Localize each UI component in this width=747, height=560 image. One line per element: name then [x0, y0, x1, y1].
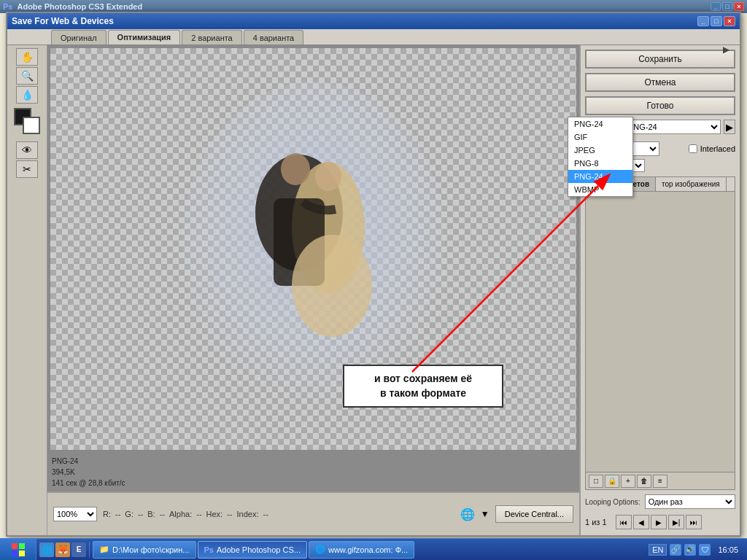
color-table-section: Таблица цветов тор изображения □ 🔒 + 🗑 ≡: [585, 176, 735, 490]
eyedropper-tool[interactable]: 💧: [16, 86, 38, 104]
maximize-button[interactable]: □: [722, 2, 732, 11]
zoom-select[interactable]: 100% 50% 200%: [53, 507, 97, 521]
system-clock: 16:05: [713, 545, 743, 554]
format-display: PNG-24: [52, 456, 575, 467]
slice-tool[interactable]: ✂: [16, 160, 38, 178]
b-label: B:: [147, 510, 155, 518]
anim-next-button[interactable]: ▶|: [668, 515, 684, 529]
dialog-title: Save For Web & Devices: [12, 16, 696, 26]
index-label: Index:: [237, 510, 259, 518]
ps-icon: Ps: [3, 2, 12, 11]
explorer-icon: 📁: [99, 545, 109, 554]
minimize-button[interactable]: _: [711, 2, 721, 11]
tabs-arrow[interactable]: ▶: [723, 44, 729, 55]
tab-4variants[interactable]: 4 варианта: [244, 30, 304, 44]
anim-prev-button[interactable]: ◀: [633, 515, 649, 529]
bottom-controls: 100% 50% 200% R: -- G: -- B: -- Alpha: -…: [47, 491, 579, 535]
canvas-area: PNG-24 394,5K 141 сек @ 28,8 кбит/с 100%…: [47, 45, 579, 535]
quick-launch: 🌐 🦊 E: [36, 542, 90, 557]
explorer-quick-icon[interactable]: E: [71, 542, 86, 557]
svg-point-3: [281, 153, 310, 185]
color-table-body: [586, 192, 735, 472]
dialog-tabs: Оригинал Оптимизация 2 варианта 4 вариан…: [7, 29, 740, 45]
close-button[interactable]: ×: [734, 2, 744, 11]
anim-last-button[interactable]: ⏭: [686, 515, 702, 529]
ct-lock-button[interactable]: 🔒: [605, 475, 619, 488]
annotation-text: и вот сохраняем еёв таком формате: [374, 373, 472, 399]
taskbar-item-explorer[interactable]: 📁 D:\Мои фото\скрин...: [93, 541, 196, 559]
save-button[interactable]: Сохранить: [585, 50, 735, 69]
ct-map-button[interactable]: □: [589, 475, 603, 488]
ct-add-button[interactable]: +: [621, 475, 635, 488]
ct-menu-button[interactable]: ≡: [653, 475, 667, 488]
coord-display: R: -- G: -- B: -- Alpha: -- Hex: -- Inde…: [103, 510, 454, 518]
taskbar-item-photoshop[interactable]: Ps Adobe Photoshop CS...: [198, 541, 307, 559]
windows-logo-icon: [11, 542, 26, 557]
ie-quick-icon[interactable]: 🌐: [39, 542, 54, 557]
dropdown-jpeg[interactable]: JPEG: [568, 144, 632, 157]
r-label: R:: [103, 510, 111, 518]
firefox-quick-icon[interactable]: 🦊: [55, 542, 70, 557]
dropdown-arrow-icon[interactable]: ▼: [481, 509, 489, 519]
svg-rect-11: [12, 551, 18, 556]
globe-icon[interactable]: 🌐: [460, 508, 475, 521]
hex-value: --: [227, 510, 232, 518]
background-color[interactable]: [23, 117, 40, 134]
svg-point-6: [292, 235, 372, 337]
network-icon: 🔗: [670, 544, 681, 556]
done-button[interactable]: Готово: [585, 96, 735, 115]
looping-label: Looping Options:: [585, 498, 640, 506]
start-button[interactable]: [0, 539, 36, 561]
alpha-value: --: [196, 510, 201, 518]
tab-original[interactable]: Оригинал: [51, 30, 107, 44]
toggle-visibility[interactable]: 👁: [16, 141, 38, 159]
ps-taskbar-label: Adobe Photoshop CS...: [217, 545, 301, 554]
dialog-minimize-button[interactable]: _: [697, 16, 709, 26]
looping-select[interactable]: Один раз Всегда: [645, 494, 735, 509]
b-value: --: [160, 510, 165, 518]
svg-rect-9: [12, 543, 18, 549]
save-for-web-dialog: Save For Web & Devices _ □ × Оригинал Оп…: [6, 12, 741, 537]
interlaced-checkbox[interactable]: [689, 144, 697, 153]
taskbar-item-ie[interactable]: 🌐 www.gifzona.com: Ф...: [309, 541, 414, 559]
dropdown-wbmp[interactable]: WBMP: [568, 183, 632, 196]
image-size-tab[interactable]: тор изображения: [656, 177, 727, 191]
cancel-button[interactable]: Отмена: [585, 73, 735, 92]
volume-icon[interactable]: 🔊: [684, 544, 696, 556]
settings-arrow-button[interactable]: ▶: [724, 120, 735, 134]
explorer-label: D:\Мои фото\скрин...: [112, 545, 190, 554]
ps-window: Ps Adobe Photoshop CS3 Extended _ □ × Sa…: [0, 0, 747, 538]
anim-play-button[interactable]: ▶: [651, 515, 667, 529]
tab-2variants[interactable]: 2 варианта: [182, 30, 242, 44]
tab-optimized[interactable]: Оптимизация: [108, 30, 181, 44]
ie-label: www.gifzona.com: Ф...: [328, 545, 408, 554]
hand-tool[interactable]: ✋: [16, 48, 38, 66]
anim-frame-display: 1 из 1: [585, 518, 614, 526]
color-table-toolbar: □ 🔒 + 🗑 ≡: [586, 472, 735, 489]
alpha-label: Alpha:: [169, 510, 192, 518]
lang-indicator[interactable]: EN: [649, 544, 667, 556]
ps-title: Adobe Photoshop CS3 Extended: [17, 2, 709, 11]
svg-rect-12: [19, 551, 25, 556]
taskbar: 🌐 🦊 E 📁 D:\Мои фото\скрин... Ps Adobe Ph…: [0, 538, 747, 560]
dropdown-gif[interactable]: GIF: [568, 131, 632, 144]
looping-section: Looping Options: Один раз Всегда: [585, 494, 735, 509]
dialog-titlebar: Save For Web & Devices _ □ ×: [7, 13, 740, 29]
index-value: --: [263, 510, 268, 518]
ct-delete-button[interactable]: 🗑: [637, 475, 651, 488]
g-label: G:: [125, 510, 133, 518]
dropdown-png24-selected[interactable]: PNG-24: [568, 170, 632, 183]
dropdown-png8[interactable]: PNG-8: [568, 157, 632, 170]
size-display: 394,5K: [52, 467, 575, 478]
g-value: --: [138, 510, 143, 518]
settings-select[interactable]: PNG-24: [624, 120, 721, 134]
dropdown-png24-top[interactable]: PNG-24: [568, 117, 632, 131]
device-central-button[interactable]: Device Central...: [495, 505, 573, 523]
dialog-maximize-button[interactable]: □: [711, 16, 722, 26]
annotation-box: и вот сохраняем еёв таком формате: [343, 365, 503, 408]
zoom-tool[interactable]: 🔍: [16, 67, 38, 85]
animation-controls: 1 из 1 ⏮ ◀ ▶ ▶| ⏭: [585, 513, 735, 531]
ps-taskbar-icon: Ps: [204, 545, 214, 554]
anim-first-button[interactable]: ⏮: [616, 515, 632, 529]
dialog-close-button[interactable]: ×: [724, 16, 735, 26]
